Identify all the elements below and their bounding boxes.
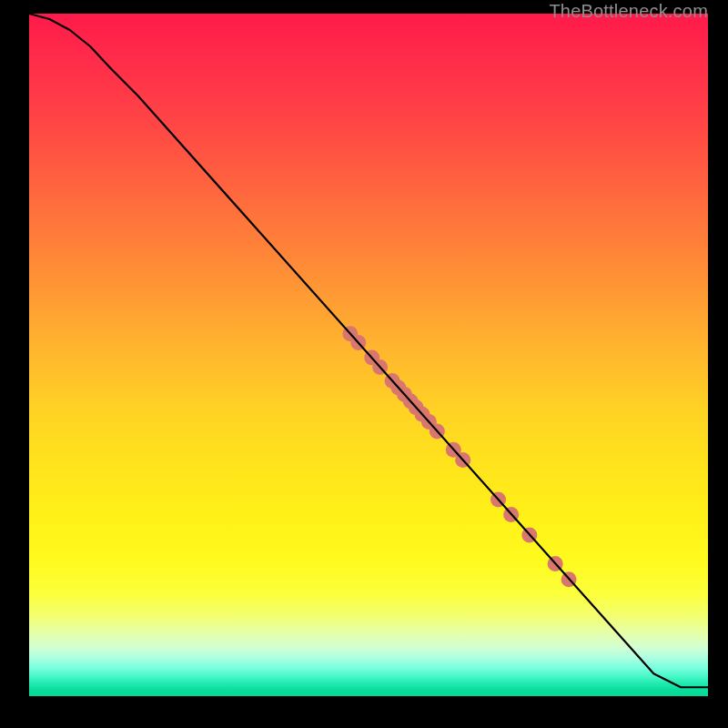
chart-stage: TheBottleneck.com (0, 0, 728, 728)
chart-overlay (0, 0, 728, 728)
chart-curve (29, 14, 708, 687)
watermark-text: TheBottleneck.com (549, 1, 708, 22)
